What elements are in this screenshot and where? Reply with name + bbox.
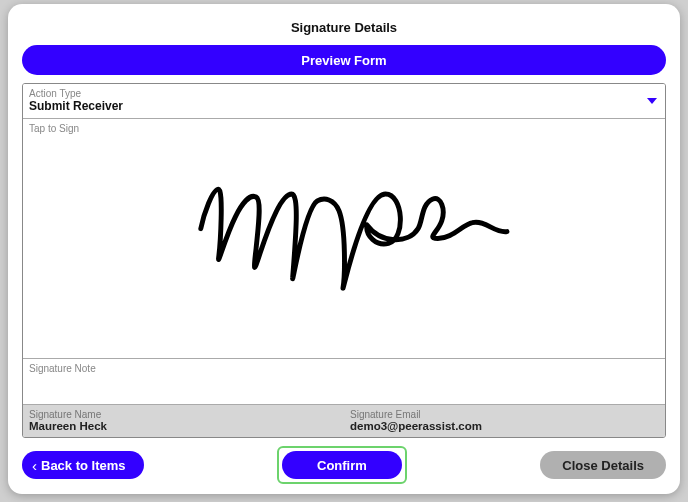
back-to-items-button[interactable]: ‹ Back to Items	[22, 451, 144, 479]
close-details-button[interactable]: Close Details	[540, 451, 666, 479]
chevron-down-icon	[647, 98, 657, 104]
signature-note-field[interactable]: Signature Note	[23, 359, 665, 405]
action-type-label: Action Type	[23, 84, 665, 99]
signature-email-field: Signature Email demo3@peerassist.com	[344, 405, 665, 437]
signer-info-row: Signature Name Maureen Heck Signature Em…	[23, 405, 665, 437]
back-button-label: Back to Items	[41, 458, 126, 473]
signature-details-modal: Signature Details Preview Form Action Ty…	[8, 4, 680, 494]
modal-title: Signature Details	[22, 14, 666, 45]
confirm-button[interactable]: Confirm	[282, 451, 402, 479]
signature-name-value: Maureen Heck	[23, 420, 344, 437]
signature-stroke	[23, 119, 665, 358]
preview-form-button[interactable]: Preview Form	[22, 45, 666, 75]
signature-email-label: Signature Email	[344, 405, 665, 420]
signature-note-label: Signature Note	[23, 359, 665, 374]
signature-canvas[interactable]: Tap to Sign	[23, 119, 665, 359]
chevron-left-icon: ‹	[32, 457, 37, 474]
signature-note-value	[23, 374, 665, 379]
action-type-select[interactable]: Action Type Submit Receiver	[23, 84, 665, 119]
signature-name-label: Signature Name	[23, 405, 344, 420]
signature-email-value: demo3@peerassist.com	[344, 420, 665, 437]
signature-panel: Action Type Submit Receiver Tap to Sign …	[22, 83, 666, 438]
signature-name-field: Signature Name Maureen Heck	[23, 405, 344, 437]
modal-button-bar: ‹ Back to Items Confirm Close Details	[22, 446, 666, 484]
confirm-highlight: Confirm	[277, 446, 407, 484]
action-type-value: Submit Receiver	[23, 99, 665, 118]
